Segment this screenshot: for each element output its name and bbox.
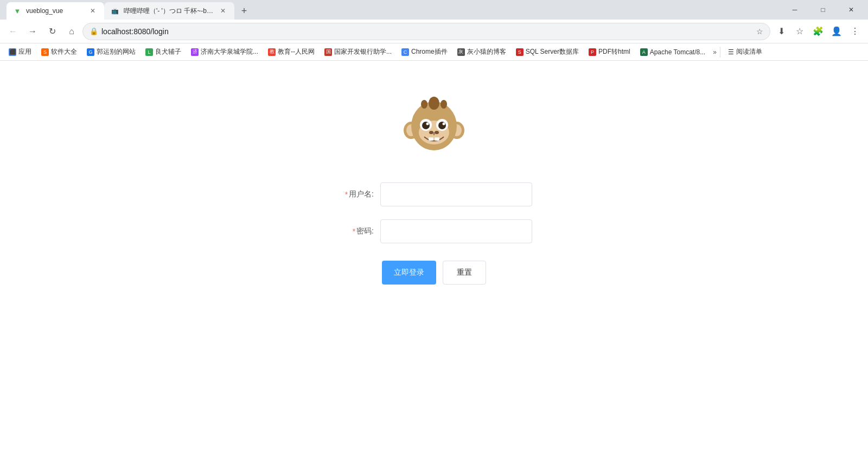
menu-button[interactable]: ⋮: [846, 23, 864, 40]
bookmark-chrome[interactable]: C Chrome插件: [397, 45, 452, 59]
bookmark-favicon-guojia: 国: [324, 48, 332, 56]
bookmark-label-edu: 教育--人民网: [278, 47, 315, 56]
bookmark-soft[interactable]: S 软件大全: [37, 45, 81, 59]
svg-point-14: [443, 123, 445, 125]
bookmark-edu[interactable]: 教 教育--人民网: [264, 45, 319, 59]
svg-point-6: [421, 100, 427, 109]
password-label: * 密码:: [336, 226, 374, 236]
bookmark-label-apps: 应用: [18, 47, 31, 56]
tab-bilibili[interactable]: 📺 哔哩哔哩（'- '）つロ 千杯~-bili... ✕: [104, 2, 234, 20]
username-required-star: *: [345, 190, 348, 199]
title-bar: ▼ vueblog_vue ✕ 📺 哔哩哔哩（'- '）つロ 千杯~-bili.…: [0, 0, 868, 20]
bookmarks-more-icon[interactable]: »: [713, 48, 717, 56]
svg-rect-18: [429, 137, 433, 141]
bookmark-favicon-liang: L: [145, 48, 153, 56]
page-content: * 用户名: * 密码: 立即登录 重置: [0, 61, 868, 467]
bookmark-favicon-apache: A: [640, 48, 648, 56]
bookmark-apache[interactable]: A Apache Tomcat/8...: [636, 45, 710, 59]
profile-button[interactable]: 👤: [828, 23, 845, 40]
reading-list-icon: ☰: [728, 48, 734, 56]
reading-list-label: 阅读清单: [736, 47, 762, 56]
lock-icon: 🔒: [90, 27, 98, 35]
logo-area: [401, 93, 467, 161]
tab-favicon-vueblog: ▼: [13, 7, 22, 15]
svg-point-5: [429, 97, 439, 110]
minimize-button[interactable]: ─: [782, 1, 807, 18]
browser-frame: ▼ vueblog_vue ✕ 📺 哔哩哔哩（'- '）つロ 千杯~-bili.…: [0, 0, 868, 467]
maximize-button[interactable]: □: [810, 1, 835, 18]
svg-rect-19: [435, 137, 439, 141]
tab-vueblog[interactable]: ▼ vueblog_vue ✕: [7, 2, 104, 20]
bookmark-label-grey: 灰小猿的博客: [467, 47, 506, 56]
bookmark-favicon-jinan: 济: [191, 48, 199, 56]
svg-point-12: [438, 122, 446, 129]
svg-point-11: [422, 122, 430, 129]
form-buttons: 立即登录 重置: [382, 261, 486, 285]
tab-close-bilibili[interactable]: ✕: [218, 6, 228, 16]
bookmark-favicon-chrome: C: [401, 48, 409, 56]
bookmark-grey[interactable]: 灰 灰小猿的博客: [453, 45, 510, 59]
home-button[interactable]: ⌂: [63, 23, 80, 40]
reading-list-button[interactable]: ☰ 阅读清单: [724, 45, 767, 59]
svg-point-7: [441, 100, 447, 109]
bookmark-label-guojia: 国家开发银行助学...: [334, 47, 392, 56]
download-button[interactable]: ⬇: [773, 23, 790, 40]
tab-title-vueblog: vueblog_vue: [26, 7, 84, 15]
close-button[interactable]: ✕: [839, 1, 864, 18]
new-tab-button[interactable]: +: [237, 3, 252, 18]
bookmark-guojia[interactable]: 国 国家开发银行助学...: [320, 45, 396, 59]
window-controls: ─ □ ✕: [782, 1, 864, 18]
svg-point-15: [429, 131, 433, 134]
password-input[interactable]: [380, 219, 532, 243]
divider: [720, 47, 720, 58]
bookmark-button[interactable]: ☆: [791, 23, 808, 40]
bookmark-label-soft: 软件大全: [51, 47, 77, 56]
bookmark-label-jinan: 济南大学泉城学院...: [201, 47, 258, 56]
bookmark-star-icon: ☆: [756, 27, 763, 36]
bookmark-favicon-guo: G: [87, 48, 94, 56]
forward-button[interactable]: →: [24, 23, 41, 40]
bookmark-favicon-sql: S: [516, 48, 524, 56]
tab-favicon-bilibili: 📺: [111, 7, 119, 15]
username-label-text: 用户名:: [349, 190, 374, 199]
svg-point-16: [435, 131, 439, 134]
login-form: * 用户名: * 密码: 立即登录 重置: [336, 182, 532, 285]
tabs-bar: ▼ vueblog_vue ✕ 📺 哔哩哔哩（'- '）つロ 千杯~-bili.…: [4, 0, 782, 20]
bookmark-jinan[interactable]: 济 济南大学泉城学院...: [187, 45, 263, 59]
password-required-star: *: [353, 227, 355, 236]
bookmark-liang[interactable]: L 良犬辅子: [141, 45, 186, 59]
bookmark-favicon-apps: ⬛: [9, 48, 16, 56]
username-label: * 用户名:: [336, 190, 374, 199]
bookmark-guo[interactable]: G 郭运别的网站: [82, 45, 140, 59]
bookmark-label-apache: Apache Tomcat/8...: [650, 48, 706, 56]
bookmark-favicon-edu: 教: [268, 48, 276, 56]
address-text: localhost:8080/login: [101, 27, 753, 36]
tab-title-bilibili: 哔哩哔哩（'- '）つロ 千杯~-bili...: [124, 7, 214, 16]
bookmark-label-sql: SQL Server数据库: [526, 47, 579, 56]
nav-right-buttons: ⬇ ☆ 🧩 👤 ⋮: [773, 23, 864, 40]
svg-point-13: [426, 123, 429, 125]
login-button[interactable]: 立即登录: [382, 261, 436, 285]
extension-button[interactable]: 🧩: [809, 23, 827, 40]
bookmark-label-guo: 郭运别的网站: [97, 47, 136, 56]
refresh-button[interactable]: ↻: [43, 23, 61, 40]
monkey-logo: [401, 93, 467, 159]
password-row: * 密码:: [336, 219, 532, 243]
username-row: * 用户名:: [336, 182, 532, 206]
bookmark-label-liang: 良犬辅子: [155, 47, 181, 56]
back-button[interactable]: ←: [4, 23, 22, 40]
bookmarks-bar: ⬛ 应用 S 软件大全 G 郭运别的网站 L 良犬辅子 济 济南大学泉城学院..…: [0, 43, 868, 61]
password-label-text: 密码:: [356, 226, 374, 236]
username-input[interactable]: [380, 182, 532, 206]
address-bar[interactable]: 🔒 localhost:8080/login ☆: [82, 23, 770, 40]
bookmark-pdf[interactable]: P PDF转html: [584, 45, 635, 59]
bookmark-sql[interactable]: S SQL Server数据库: [512, 45, 583, 59]
bookmark-label-pdf: PDF转html: [598, 47, 630, 56]
bookmark-favicon-pdf: P: [589, 48, 596, 56]
bookmark-apps[interactable]: ⬛ 应用: [4, 45, 36, 59]
bookmark-favicon-grey: 灰: [457, 48, 465, 56]
reset-button[interactable]: 重置: [443, 261, 486, 285]
nav-bar: ← → ↻ ⌂ 🔒 localhost:8080/login ☆ ⬇ ☆ 🧩 👤…: [0, 20, 868, 43]
bookmark-favicon-soft: S: [41, 48, 49, 56]
tab-close-vueblog[interactable]: ✕: [88, 6, 98, 16]
